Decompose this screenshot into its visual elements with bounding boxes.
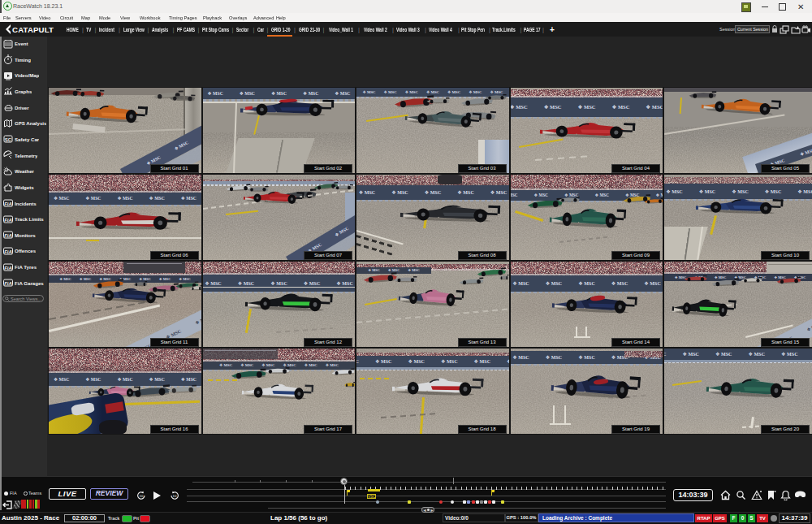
svg-text:SC: SC	[5, 137, 12, 142]
svg-text:FiA: FiA	[4, 281, 12, 286]
svg-text:FiA: FiA	[4, 201, 12, 206]
svg-text:FiA: FiA	[4, 217, 12, 222]
svg-text:FiA: FiA	[4, 233, 12, 238]
svg-text:10: 10	[140, 494, 144, 498]
svg-text:10: 10	[173, 494, 177, 498]
svg-text:FiA: FiA	[4, 265, 12, 270]
svg-text:FiA: FiA	[4, 249, 12, 254]
